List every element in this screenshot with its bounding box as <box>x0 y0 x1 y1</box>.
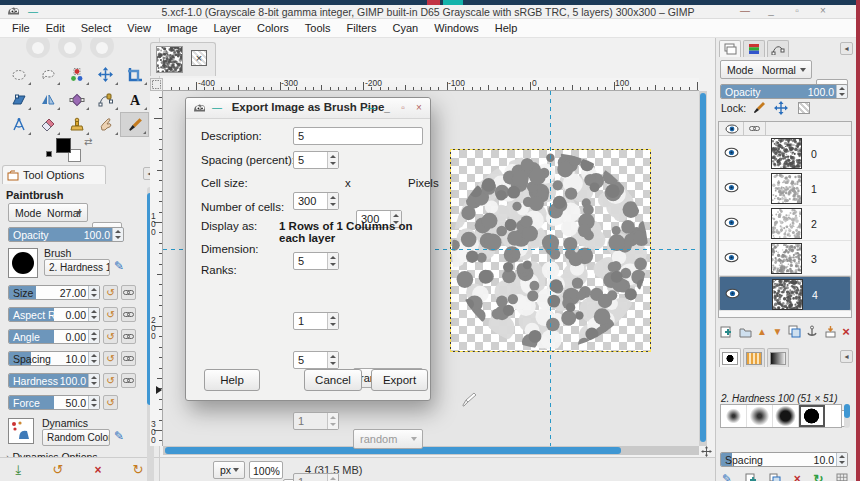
tool-smudge[interactable] <box>91 112 120 137</box>
image-tab[interactable]: × <box>150 42 216 76</box>
scrollbar-thumb[interactable] <box>700 93 706 442</box>
duplicate-brush-icon[interactable] <box>769 473 781 481</box>
reset-tool-options-icon[interactable]: ↻ <box>133 462 144 477</box>
spin-arrows-icon[interactable] <box>327 352 338 368</box>
dock-menu-icon[interactable]: ◂ <box>840 42 853 55</box>
tool-select-by-color[interactable] <box>62 62 91 87</box>
minimize-button[interactable]: — <box>738 5 752 16</box>
slider-hardness[interactable]: Hardness100.0 <box>8 373 100 388</box>
export-button[interactable]: Export <box>371 369 428 391</box>
close-view-icon[interactable]: × <box>191 50 207 66</box>
layer-row-2[interactable]: 2 <box>719 206 851 241</box>
menu-file[interactable]: File <box>4 19 38 38</box>
layer-visibility-icon[interactable] <box>724 217 739 230</box>
spin-arrows-icon[interactable] <box>88 286 99 299</box>
menu-image[interactable]: Image <box>159 19 206 38</box>
menu-windows[interactable]: Windows <box>426 19 487 38</box>
dock-menu-icon[interactable]: ◂ <box>840 350 853 363</box>
reset-aspect-ratio-icon[interactable]: ↺ <box>103 307 118 322</box>
dynamics-thumbnail[interactable] <box>8 418 34 444</box>
menu-cyan[interactable]: Cyan <box>384 19 426 38</box>
brush-name-field[interactable]: 2. Hardness 100 <box>44 259 110 276</box>
dialog-maximize-button[interactable]: ▫ <box>396 102 410 113</box>
cell-width-spinner[interactable]: 300 <box>293 192 339 210</box>
spin-arrows-icon[interactable] <box>836 85 847 98</box>
tool-handle-transform[interactable] <box>62 87 91 112</box>
spin-arrows-icon[interactable] <box>88 396 99 409</box>
brush-item-hardness-100-selected[interactable] <box>799 405 825 427</box>
cancel-button[interactable]: Cancel <box>304 369 362 391</box>
edit-brush-icon[interactable]: ✎ <box>722 472 732 481</box>
edit-dynamics-icon[interactable]: ✎ <box>114 429 124 443</box>
maximize-button[interactable]: ▫ <box>790 5 804 16</box>
save-tool-preset-icon[interactable]: ⤓ <box>16 462 22 478</box>
reset-size-icon[interactable]: ↺ <box>103 285 118 300</box>
swap-colors-icon[interactable]: ⇄ <box>84 136 92 147</box>
tab-layers[interactable] <box>719 40 741 57</box>
layer-row-4[interactable]: 4 <box>719 276 851 311</box>
vertical-guide[interactable] <box>550 91 551 446</box>
chain-hardness-icon[interactable] <box>121 373 136 388</box>
spin-arrows-icon[interactable] <box>88 352 99 365</box>
vertical-ruler[interactable]: 1 0 02 0 03 0 0 <box>150 91 163 446</box>
tool-shear[interactable] <box>4 87 33 112</box>
slider-spacing[interactable]: Spacing10.0 <box>8 351 100 366</box>
brush-item-hardness-025[interactable] <box>721 405 747 427</box>
delete-brush-icon[interactable]: × <box>794 472 801 481</box>
brush-item-hardness-050[interactable] <box>747 405 773 427</box>
brush-spacing-slider[interactable]: Spacing10.0 <box>720 452 848 467</box>
new-layer-group-icon[interactable] <box>739 325 752 338</box>
dialog-minimize-button[interactable]: — <box>364 102 378 113</box>
canvas-vertical-scrollbar[interactable] <box>699 91 707 446</box>
raise-layer-icon[interactable]: ▲ <box>757 326 767 337</box>
layer-mode-select[interactable]: Mode Normal <box>720 60 812 79</box>
brush-item-hardness-075[interactable] <box>773 405 799 427</box>
delete-layer-icon[interactable]: × <box>842 324 850 339</box>
default-colors-icon[interactable] <box>46 151 52 157</box>
shade-button[interactable]: _ <box>764 5 778 16</box>
brush-grid-scrollbar[interactable] <box>844 404 850 428</box>
menu-filters[interactable]: Filters <box>339 19 385 38</box>
layer-row-3[interactable]: 3 <box>719 241 851 276</box>
tool-paintbrush[interactable] <box>120 112 149 137</box>
refresh-brushes-icon[interactable]: ↻ <box>813 472 823 481</box>
tool-clone[interactable] <box>62 112 91 137</box>
reset-hardness-icon[interactable]: ↺ <box>103 373 118 388</box>
tool-paths[interactable] <box>91 87 120 112</box>
help-button[interactable]: Help <box>204 369 260 391</box>
tool-flip[interactable] <box>33 87 62 112</box>
tab-gradients[interactable] <box>767 348 789 367</box>
delete-tool-preset-icon[interactable]: × <box>94 463 101 477</box>
anchor-layer-icon[interactable] <box>806 325 818 338</box>
layer-visibility-icon[interactable] <box>724 182 739 195</box>
new-brush-icon[interactable] <box>745 473 757 481</box>
slider-aspect-ratio[interactable]: Aspect Ratio0.00 <box>8 307 100 322</box>
dialog-close-button[interactable]: × <box>412 102 426 113</box>
reset-angle-icon[interactable]: ↺ <box>103 329 118 344</box>
foreground-color-swatch[interactable] <box>56 138 71 153</box>
new-layer-icon[interactable] <box>720 325 733 338</box>
menu-edit[interactable]: Edit <box>38 19 73 38</box>
layer-visibility-icon[interactable] <box>725 288 740 301</box>
menu-colors[interactable]: Colors <box>249 19 297 38</box>
menu-select[interactable]: Select <box>73 19 120 38</box>
navigation-preview-icon[interactable] <box>700 445 713 457</box>
dimension-spinner[interactable]: 1 <box>293 312 339 330</box>
tab-paths[interactable] <box>767 40 789 57</box>
edit-brush-icon[interactable]: ✎ <box>114 259 124 273</box>
chain-size-icon[interactable] <box>121 285 136 300</box>
tool-move[interactable] <box>91 62 120 87</box>
layer-row-1[interactable]: 1 <box>719 171 851 206</box>
open-brush-as-image-icon[interactable] <box>836 473 848 481</box>
restore-tool-preset-icon[interactable]: ↺ <box>52 462 63 477</box>
menu-help[interactable]: Help <box>487 19 526 38</box>
merge-down-icon[interactable] <box>824 325 837 338</box>
ruler-corner-button[interactable] <box>150 78 163 91</box>
layer-visibility-icon[interactable] <box>724 147 739 160</box>
unit-select[interactable]: px <box>213 461 245 479</box>
menu-view[interactable]: View <box>119 19 159 38</box>
lock-pixels-icon[interactable] <box>752 101 766 115</box>
tab-patterns[interactable] <box>743 348 765 367</box>
slider-force[interactable]: Force50.0 <box>8 395 100 410</box>
tool-crop[interactable] <box>120 62 149 87</box>
